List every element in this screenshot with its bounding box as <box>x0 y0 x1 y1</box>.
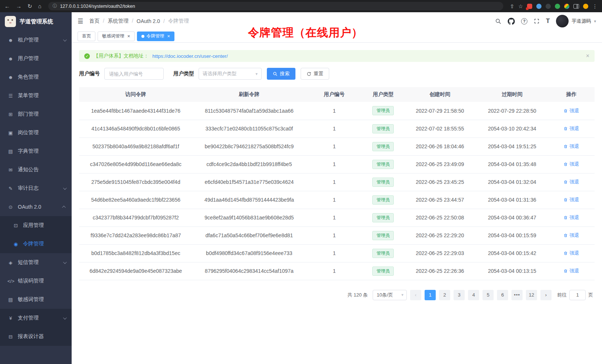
breadcrumb-item[interactable]: 首页 <box>89 18 104 24</box>
back-icon[interactable]: ← <box>4 3 10 9</box>
sidebar-item-oauth2-app[interactable]: ⊡ 应用管理 <box>0 216 72 235</box>
url-bar[interactable]: ⓘ 127.0.0.1:1024/system/oauth2/token <box>48 2 503 10</box>
extension-icon[interactable] <box>536 4 542 9</box>
breadcrumb-item[interactable]: OAuth 2.0 <box>137 18 165 24</box>
sidebar-item-tenant[interactable]: ☻ 租户管理 <box>0 31 72 49</box>
close-icon[interactable]: × <box>167 34 170 39</box>
shield-icon: ◈ <box>7 260 14 265</box>
page-button[interactable]: 6 <box>497 290 508 300</box>
extension-icon[interactable] <box>546 4 551 9</box>
sidebar-item-oauth2-token[interactable]: ◉ 令牌管理 <box>0 235 72 253</box>
user-type-badge: 管理员 <box>372 106 394 115</box>
user-id-cell: 1 <box>306 209 363 226</box>
user-type-cell: 管理员 <box>363 102 404 120</box>
sidebar-item-role[interactable]: ☻ 角色管理 <box>0 68 72 86</box>
font-size-icon[interactable]: T <box>546 17 550 25</box>
split-screen-icon[interactable] <box>573 4 579 9</box>
force-logout-link[interactable]: 强退 <box>563 107 579 114</box>
user-id-cell: 1 <box>306 191 363 209</box>
tab-home[interactable]: 首页 <box>78 32 95 41</box>
breadcrumb: 首页 系统管理 OAuth 2.0 令牌管理 <box>89 18 189 24</box>
home-icon[interactable]: ⌂ <box>38 3 42 9</box>
force-logout-link[interactable]: 强退 <box>563 125 579 132</box>
sidebar-item-post[interactable]: ▣ 岗位管理 <box>0 123 72 142</box>
user-avatar <box>556 15 569 27</box>
force-logout-label: 强退 <box>569 196 579 203</box>
reload-icon[interactable]: ↻ <box>27 3 32 10</box>
force-logout-link[interactable]: 强退 <box>563 196 579 203</box>
page-size-value: 10条/页 <box>377 292 393 298</box>
pagination-total: 共 120 条 <box>347 292 368 298</box>
search-button[interactable]: 搜索 <box>267 68 295 80</box>
reset-button[interactable]: 重置 <box>301 68 329 80</box>
page-button[interactable]: 12 <box>526 290 537 300</box>
sidebar-item-oauth2[interactable]: ⊙ OAuth 2.0 <box>0 198 72 216</box>
user-type-badge: 管理员 <box>372 195 394 205</box>
force-logout-link[interactable]: 强退 <box>563 232 579 239</box>
next-page-button[interactable]: › <box>540 290 552 300</box>
sidebar-item-sms[interactable]: ◈ 短信管理 <box>0 253 72 272</box>
force-logout-link[interactable]: 强退 <box>563 143 579 150</box>
search-button-label: 搜索 <box>280 70 289 77</box>
doc-link[interactable]: https://doc.iocoder.cn/user-center/ <box>153 53 228 59</box>
access-token-cell: 54d6be82ee5a460a9aedc1f9bf223656 <box>79 191 193 209</box>
sidebar-item-label: 角色管理 <box>18 74 66 80</box>
tab-token[interactable]: 令牌管理 × <box>137 32 175 41</box>
force-logout-link[interactable]: 强退 <box>563 250 579 257</box>
force-logout-link[interactable]: 强退 <box>563 179 579 185</box>
site-info-icon[interactable]: ⓘ <box>53 3 57 9</box>
page-button[interactable]: 5 <box>482 290 494 300</box>
tab-sensitive-word[interactable]: 敏感词管理 × <box>98 32 135 41</box>
forward-icon[interactable]: → <box>16 3 22 9</box>
browser-profile-avatar[interactable] <box>583 4 588 9</box>
force-logout-link[interactable]: 强退 <box>563 214 579 221</box>
user-id-input[interactable] <box>104 68 164 80</box>
browser-nav: ← → ↻ ⌂ <box>4 3 42 10</box>
page-button[interactable]: 4 <box>468 290 479 300</box>
sidebar-item-menu[interactable]: ☰ 菜单管理 <box>0 86 72 105</box>
more-pages-button[interactable]: ••• <box>511 290 523 300</box>
fullscreen-icon[interactable] <box>534 18 540 24</box>
trash-icon <box>563 109 568 113</box>
expire-time-cell: 2054-03-04 01:35:48 <box>476 155 548 173</box>
trash-icon <box>563 233 568 238</box>
user-id-cell: 1 <box>306 262 363 280</box>
sidebar-item-dict[interactable]: ▤ 字典管理 <box>0 142 72 161</box>
sidebar-item-error-code[interactable]: </> 错误码管理 <box>0 272 72 290</box>
extension-icon[interactable] <box>555 4 560 9</box>
goto-page-input[interactable] <box>569 290 586 300</box>
breadcrumb-item[interactable]: 系统管理 <box>108 18 133 24</box>
prev-page-button[interactable]: ‹ <box>410 290 421 300</box>
force-logout-link[interactable]: 强退 <box>563 268 579 274</box>
page-button[interactable]: 3 <box>454 290 465 300</box>
sidebar-item-user[interactable]: ☻ 用户管理 <box>0 49 72 68</box>
help-icon[interactable]: ? <box>521 18 527 24</box>
sidebar-item-dept[interactable]: ⊞ 部门管理 <box>0 105 72 123</box>
sidebar-item-notice[interactable]: ✉ 通知公告 <box>0 161 72 179</box>
search-icon[interactable] <box>495 18 501 24</box>
alert-close-icon[interactable]: × <box>586 53 589 59</box>
more-menu-icon[interactable]: ⋮ <box>592 3 598 9</box>
extensions-icon[interactable] <box>564 4 569 9</box>
force-logout-link[interactable]: 强退 <box>563 161 579 168</box>
force-logout-label: 强退 <box>569 232 579 239</box>
sidebar-item-sensitive-word[interactable]: ▤ 敏感词管理 <box>0 290 72 309</box>
close-icon[interactable]: × <box>127 34 130 39</box>
page-button[interactable]: 1 <box>425 290 436 300</box>
collapse-sidebar-icon[interactable]: ☰ <box>78 17 83 25</box>
bookmark-star-icon[interactable]: ☆ <box>518 3 523 9</box>
user-type-cell: 管理员 <box>363 191 404 209</box>
sidebar-item-report-designer[interactable]: ⊟ 报表设计器 <box>0 327 72 346</box>
page-size-select[interactable]: 10条/页 ▾ <box>373 290 407 300</box>
user-dropdown[interactable]: 芋道源码 ▾ <box>556 15 596 27</box>
access-token-cell: 502375b8040a469a9b82188afdf6af1f <box>79 138 193 155</box>
share-icon[interactable]: ⇧ <box>510 3 514 9</box>
sidebar-item-audit-log[interactable]: ✎ 审计日志 <box>0 179 72 198</box>
created-time-cell: 2022-07-02 18:55:55 <box>404 120 476 138</box>
sidebar-item-payment[interactable]: ¥ 支付管理 <box>0 309 72 327</box>
github-icon[interactable] <box>508 18 515 25</box>
column-header: 刷新令牌 <box>193 87 306 102</box>
page-button[interactable]: 2 <box>439 290 450 300</box>
user-type-select[interactable]: 请选择用户类型 ▾ <box>199 68 262 80</box>
extension-icon[interactable] <box>527 4 532 9</box>
